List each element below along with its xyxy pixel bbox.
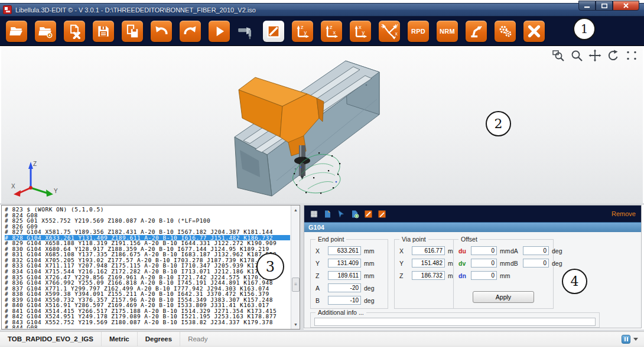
gcode-line[interactable]: # 823 $ (WORK ON) (5,1,0.5): [5, 207, 290, 213]
dropdown-caret-icon[interactable]: [633, 338, 638, 341]
field-label: dA: [510, 247, 523, 255]
gcode-panel: # 823 $ (WORK ON) (5,1,0.5)# 824 G08# 82…: [1, 205, 300, 330]
new-doc-icon[interactable]: [323, 210, 332, 218]
close-file-button[interactable]: [64, 21, 85, 42]
fit-view-icon[interactable]: [625, 49, 638, 62]
unit-label: deg: [552, 247, 562, 255]
field-label: X: [316, 247, 328, 255]
annotation-circle-3: 3: [256, 253, 284, 280]
svg-text:x: x: [333, 30, 336, 35]
via-z-input[interactable]: [412, 271, 445, 280]
save-button[interactable]: [93, 21, 114, 42]
edit-segment-icon[interactable]: [378, 210, 386, 218]
additional-info-title: Additional info ...: [316, 309, 366, 316]
robot-arm-button[interactable]: [466, 21, 487, 42]
scroll-up-icon[interactable]: ▲: [292, 206, 300, 214]
svg-text:z: z: [301, 24, 304, 30]
exit-button[interactable]: [523, 21, 545, 42]
offset-dn-input[interactable]: [471, 271, 497, 280]
offset-db-input[interactable]: [523, 259, 549, 268]
additional-info-group: Additional info ...: [310, 312, 600, 328]
field-row: dAdeg: [506, 244, 562, 257]
field-row: Bdeg: [311, 294, 388, 306]
close-button[interactable]: [613, 1, 639, 11]
svg-text:y: y: [362, 30, 365, 35]
additional-info-input[interactable]: [314, 318, 596, 326]
triad-y-label: Y: [54, 188, 58, 194]
remove-link[interactable]: Remove: [612, 210, 636, 217]
status-items: TOB_RAPIDO_EVO_2_IGSMetricDegreesReady: [0, 332, 215, 346]
end-x-input[interactable]: [328, 246, 361, 255]
annotation-circle-1: 1: [573, 18, 596, 40]
field-label: dn: [458, 272, 471, 279]
undo-button[interactable]: [151, 21, 172, 42]
unit-label: mm: [364, 260, 375, 267]
scroll-thumb[interactable]: ≡: [292, 278, 300, 292]
window-controls: [578, 1, 639, 11]
edit-point-icon[interactable]: [364, 210, 373, 218]
scroll-down-icon[interactable]: ▼: [292, 321, 300, 328]
unit-label: deg: [364, 297, 375, 304]
select-tool-icon[interactable]: [337, 210, 346, 218]
normal-button[interactable]: NRM: [437, 21, 458, 42]
list-view-icon[interactable]: [310, 210, 318, 218]
field-row: Zmm: [395, 269, 460, 282]
field-row: Xmm: [311, 244, 388, 257]
gcode-line[interactable]: # 844 G08: [5, 325, 290, 328]
edit-mode-button[interactable]: [263, 21, 284, 42]
field-label: X: [399, 247, 412, 255]
via-x-input[interactable]: [412, 246, 445, 255]
rapid-button[interactable]: RPD: [408, 21, 429, 42]
end-point-group: End point XmmYmmZmmAdegBdeg: [310, 239, 388, 309]
field-label: du: [458, 247, 471, 255]
svg-text:x: x: [359, 24, 362, 30]
annotation-circle-4: 4: [562, 269, 587, 294]
field-label: Y: [316, 260, 328, 267]
field-label: dB: [510, 260, 523, 267]
end-y-input[interactable]: [328, 259, 361, 268]
svg-text:z: z: [381, 22, 383, 28]
gcode-line[interactable]: # 825 G01 X552.752 Y219.569 Z180.087 A-2…: [5, 218, 290, 224]
minimize-button[interactable]: [578, 1, 596, 11]
open-button[interactable]: [6, 21, 27, 42]
view-3d-button[interactable]: zyx: [379, 21, 400, 42]
redo-button[interactable]: [180, 21, 201, 42]
rotate-icon[interactable]: [607, 49, 620, 62]
axis-triad: Z Y X: [11, 158, 58, 201]
torch-tool-button[interactable]: [238, 21, 255, 42]
pan-icon[interactable]: [588, 49, 601, 62]
end-b-input[interactable]: [328, 296, 361, 305]
offset-dv-input[interactable]: [471, 259, 497, 268]
zoom-icon[interactable]: [570, 49, 583, 62]
save-as-button[interactable]: [122, 21, 143, 42]
offset-group: Offset dummdvmmdnmm dAdegdBdeg Apply: [453, 239, 554, 309]
info-icon[interactable]: [622, 335, 630, 344]
unit-label: mm: [500, 272, 510, 279]
end-point-fields: XmmYmmZmmAdegBdeg: [311, 240, 388, 306]
end-z-input[interactable]: [328, 271, 361, 280]
offset-title: Offset: [458, 236, 480, 243]
view-zx-button[interactable]: zx: [321, 21, 342, 42]
gcode-line[interactable]: # 843 G104 X552.752 Y219.569 Z180.087 A-…: [5, 319, 290, 325]
status-item: Ready: [180, 332, 215, 346]
scrollbar[interactable]: ▲ ≡ ▼: [291, 206, 300, 329]
unit-label: deg: [552, 260, 562, 267]
svg-text:x: x: [395, 30, 398, 36]
viewport-3d[interactable]: Z Y X: [1, 46, 643, 203]
offset-du-input[interactable]: [471, 246, 497, 255]
view-zy-button[interactable]: zy: [292, 21, 313, 42]
settings-button[interactable]: [495, 21, 516, 42]
field-label: Y: [399, 260, 412, 267]
offset-da-input[interactable]: [523, 246, 549, 255]
run-simulation-button[interactable]: [209, 21, 230, 42]
via-y-input[interactable]: [412, 259, 445, 268]
add-doc-icon[interactable]: [350, 210, 359, 218]
open-with-options-button[interactable]: [35, 21, 56, 42]
view-xy-button[interactable]: xy: [350, 21, 371, 42]
maximize-button[interactable]: [596, 1, 613, 11]
via-point-title: Via point: [399, 236, 428, 243]
field-row: Ymm: [311, 257, 388, 269]
apply-button[interactable]: Apply: [473, 291, 534, 303]
end-a-input[interactable]: [328, 283, 361, 292]
zoom-window-icon[interactable]: [552, 49, 565, 62]
